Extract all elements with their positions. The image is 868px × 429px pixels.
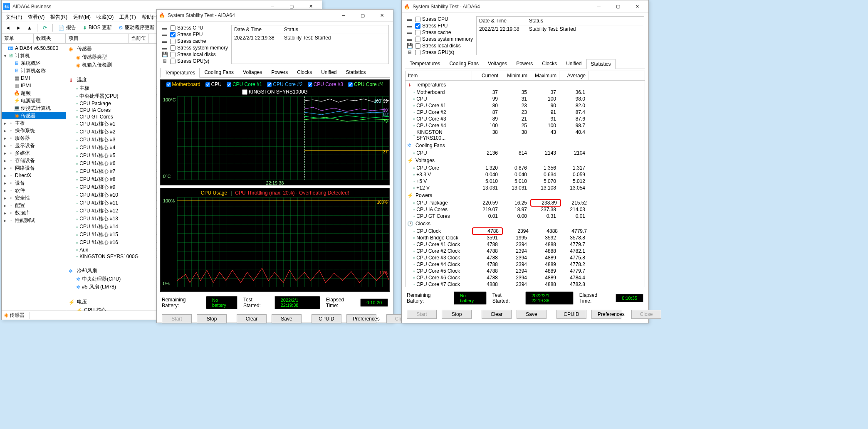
legend-item[interactable]: CPU Core #3 bbox=[308, 81, 343, 87]
menu-item[interactable]: 远程(M) bbox=[71, 13, 93, 22]
stop-button[interactable]: Stop bbox=[197, 314, 227, 323]
refresh-button[interactable]: ⟳ bbox=[40, 23, 49, 32]
stats-row[interactable]: ▫CPU Core #7 Clock4888239448884782.8 bbox=[406, 281, 645, 287]
stress-check[interactable]: 🖥Stress GPU(s) bbox=[406, 49, 473, 55]
tree-item[interactable]: ▸▫服务器 bbox=[2, 134, 66, 142]
stats-row[interactable]: ▫CPU Core #287239187.4 bbox=[406, 109, 645, 116]
minimize-button[interactable]: ─ bbox=[334, 10, 353, 21]
stats-row[interactable]: ▫CPU Core #3 Clock4788239448894775.8 bbox=[406, 254, 645, 261]
stats-row[interactable]: ▫CPU Clock4788239448884779.7 bbox=[406, 228, 645, 234]
sst2-titlebar[interactable]: 🔥 System Stability Test - AIDA64 ─ ▢ ✕ bbox=[402, 0, 648, 13]
menu-item[interactable]: 报告(R) bbox=[48, 13, 70, 22]
tree-item[interactable]: ▸▫设备 bbox=[2, 179, 66, 187]
menu-item[interactable]: 工具(T) bbox=[117, 13, 138, 22]
col-item[interactable]: 项目 bbox=[66, 34, 129, 43]
tab-voltages[interactable]: Voltages bbox=[483, 59, 512, 69]
tree-item[interactable]: ▸▫配置 bbox=[2, 202, 66, 209]
bios-update-button[interactable]: ⬇ BIOS 更新 bbox=[80, 23, 114, 32]
stats-row[interactable]: ▫CPU Core #41002510098.7 bbox=[406, 122, 645, 129]
menu-item[interactable]: 收藏(O) bbox=[94, 13, 116, 22]
checkbox[interactable] bbox=[415, 50, 420, 55]
stress-check[interactable]: ▬Stress system memory bbox=[406, 36, 473, 42]
menu-item[interactable]: 文件(F) bbox=[3, 13, 25, 22]
forward-button[interactable]: ► bbox=[14, 23, 23, 32]
menu-item[interactable]: 查看(V) bbox=[25, 13, 47, 22]
stats-row[interactable]: ▫CPU Core1.3200.8761.3561.317 bbox=[406, 165, 645, 171]
temperature-graph[interactable]: MotherboardCPUCPU Core #1CPU Core #2CPU … bbox=[160, 79, 390, 185]
stats-col[interactable]: Minimum bbox=[501, 71, 530, 80]
tree-item[interactable]: ▦DMI bbox=[2, 74, 66, 82]
statistics-table[interactable]: ItemCurrentMinimumMaximumAverage🌡Tempera… bbox=[405, 71, 645, 287]
tree-item[interactable]: ▸▫网络设备 bbox=[2, 164, 66, 172]
stats-row[interactable]: ▫CPU Core #1 Clock4788239448884779.7 bbox=[406, 241, 645, 248]
tree-item[interactable]: ▸▫操作系统 bbox=[2, 127, 66, 134]
stress-check[interactable]: ▬Stress cache bbox=[161, 38, 228, 44]
aida-tree[interactable]: 64AIDA64 v6.50.5800▾🖥计算机🖥系统概述🖥计算机名称▦DMI▦… bbox=[2, 44, 66, 311]
tab-unified[interactable]: Unified bbox=[561, 59, 586, 69]
stress-check[interactable]: 💾Stress local disks bbox=[161, 52, 228, 57]
stress-check[interactable]: ▬Stress CPU bbox=[406, 16, 473, 22]
stress-check[interactable]: ▬Stress FPU bbox=[161, 32, 228, 37]
tree-item[interactable]: ▸▫性能测试 bbox=[2, 217, 66, 224]
stats-row[interactable]: ▫CPU213681421432104 bbox=[406, 150, 645, 156]
checkbox[interactable] bbox=[170, 25, 176, 31]
close-button[interactable]: Close bbox=[631, 310, 661, 319]
up-button[interactable]: ▲ bbox=[25, 23, 34, 32]
stats-row[interactable]: ▫CPU Core #6 Clock4788239448894784.4 bbox=[406, 274, 645, 281]
sidebar-tab-menu[interactable]: 菜单 bbox=[2, 34, 34, 43]
stats-row[interactable]: ▫+5 V5.0105.0105.0705.012 bbox=[406, 178, 645, 185]
tab-unified[interactable]: Unified bbox=[317, 67, 341, 77]
driver-update-button[interactable]: ⚙ 驱动程序更新 bbox=[116, 23, 157, 32]
stats-row[interactable]: ▫CPU Core #180239082.0 bbox=[406, 102, 645, 109]
checkbox[interactable] bbox=[170, 45, 176, 51]
save-button[interactable]: Save bbox=[272, 314, 302, 323]
preferences-button[interactable]: Preferences bbox=[591, 310, 621, 319]
tree-item[interactable]: ▸▫多媒体 bbox=[2, 149, 66, 157]
stats-col[interactable]: Item bbox=[406, 71, 472, 80]
checkbox[interactable] bbox=[415, 30, 420, 35]
stats-row[interactable]: ▫North Bridge Clock3591199535923578.8 bbox=[406, 234, 645, 241]
col-value[interactable]: 当前值 bbox=[129, 34, 149, 43]
cpuid-button[interactable]: CPUID bbox=[556, 310, 586, 319]
stress-check[interactable]: ▬Stress FPU bbox=[406, 23, 473, 29]
tab-voltages[interactable]: Voltages bbox=[238, 67, 267, 77]
tree-item[interactable]: ▸▫软件 bbox=[2, 187, 66, 194]
checkbox[interactable] bbox=[415, 23, 420, 29]
stats-row[interactable]: ▫CPU GT Cores0.010.000.310.01 bbox=[406, 213, 645, 219]
legend-item[interactable]: CPU Core #2 bbox=[267, 81, 302, 87]
tree-item[interactable]: ▾🖥计算机 bbox=[2, 52, 66, 59]
cpuid-button[interactable]: CPUID bbox=[312, 314, 341, 323]
tab-cooling-fans[interactable]: Cooling Fans bbox=[200, 67, 238, 77]
close-button[interactable]: ✕ bbox=[372, 10, 391, 21]
stats-row[interactable]: ▫+3.3 V0.0400.0400.6340.059 bbox=[406, 171, 645, 178]
col-datetime[interactable]: Date & Time bbox=[477, 17, 527, 25]
stats-row[interactable]: ▫CPU Core #5 Clock4788239448894779.7 bbox=[406, 268, 645, 274]
tab-powers[interactable]: Powers bbox=[267, 67, 292, 77]
stats-row[interactable]: ▫+12 V13.03113.03113.10813.054 bbox=[406, 185, 645, 191]
save-button[interactable]: Save bbox=[517, 310, 547, 319]
stats-col[interactable]: Maximum bbox=[530, 71, 559, 80]
tree-item[interactable]: ▸▫数据库 bbox=[2, 209, 66, 217]
col-datetime[interactable]: Date & Time bbox=[232, 25, 282, 34]
stats-row[interactable]: ▫CPU IA Cores219.0718.97237.38214.03 bbox=[406, 206, 645, 213]
tab-cooling-fans[interactable]: Cooling Fans bbox=[445, 59, 483, 69]
stress-check[interactable]: 🖥Stress GPU(s) bbox=[161, 58, 228, 64]
tab-clocks[interactable]: Clocks bbox=[537, 59, 561, 69]
minimize-button[interactable]: ─ bbox=[589, 1, 608, 12]
tree-item[interactable]: ▸▫主板 bbox=[2, 119, 66, 127]
stress-check[interactable]: ▬Stress CPU bbox=[161, 25, 228, 31]
checkbox[interactable] bbox=[170, 59, 176, 64]
stats-row[interactable]: ▫CPU Package220.5916.25238.89215.52 bbox=[406, 200, 645, 206]
sidebar-tab-fav[interactable]: 收藏夹 bbox=[34, 34, 66, 43]
start-button[interactable]: Start bbox=[162, 314, 192, 323]
stop-button[interactable]: Stop bbox=[442, 310, 472, 319]
checkbox[interactable] bbox=[415, 37, 420, 42]
tree-item[interactable]: ▸▫安全性 bbox=[2, 194, 66, 202]
tree-item[interactable]: 🖥计算机名称 bbox=[2, 67, 66, 74]
report-button[interactable]: 📄 报告 bbox=[56, 23, 79, 32]
checkbox[interactable] bbox=[415, 17, 420, 22]
start-button[interactable]: Start bbox=[407, 310, 437, 319]
legend-item[interactable]: CPU Core #4 bbox=[348, 81, 383, 87]
preferences-button[interactable]: Preferences bbox=[346, 314, 376, 323]
clear-button[interactable]: Clear bbox=[482, 310, 512, 319]
